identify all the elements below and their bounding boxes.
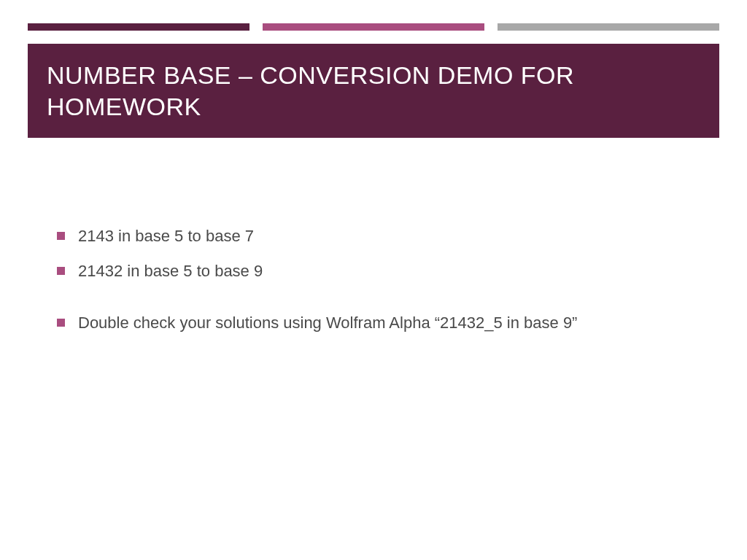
title-band: NUMBER BASE – CONVERSION DEMO FOR HOMEWO… <box>28 44 719 138</box>
bullet-list: 2143 in base 5 to base 7 21432 in base 5… <box>57 225 696 334</box>
slide-title: NUMBER BASE – CONVERSION DEMO FOR HOMEWO… <box>47 60 700 122</box>
accent-bar-2 <box>263 23 484 31</box>
square-bullet-icon <box>57 319 65 327</box>
bullet-text: 2143 in base 5 to base 7 <box>78 225 696 247</box>
list-item: 2143 in base 5 to base 7 <box>57 225 696 247</box>
list-item: 21432 in base 5 to base 9 <box>57 260 696 282</box>
bullet-text: 21432 in base 5 to base 9 <box>78 260 696 282</box>
square-bullet-icon <box>57 232 65 240</box>
slide-content: 2143 in base 5 to base 7 21432 in base 5… <box>0 138 747 334</box>
square-bullet-icon <box>57 267 65 275</box>
accent-bar-3 <box>498 23 719 31</box>
bullet-text: Double check your solutions using Wolfra… <box>78 312 696 334</box>
list-item: Double check your solutions using Wolfra… <box>57 312 696 334</box>
accent-bar-1 <box>28 23 249 31</box>
top-accent-bars <box>0 0 747 31</box>
